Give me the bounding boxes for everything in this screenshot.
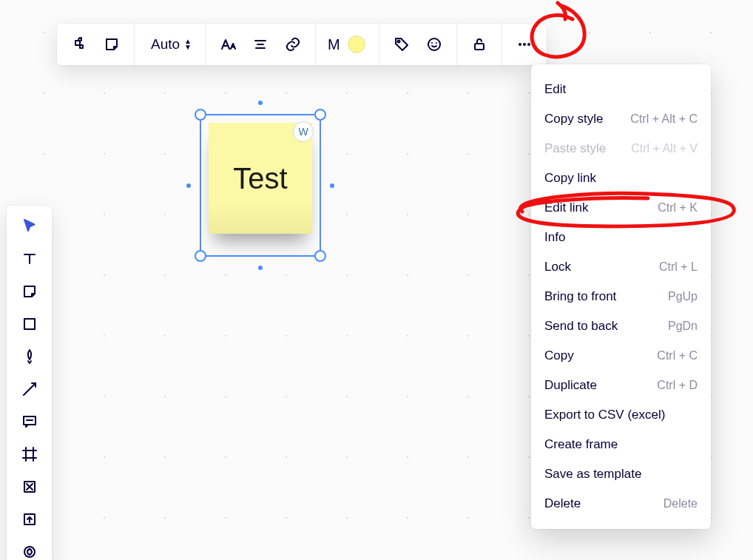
menu-item-shortcut: Ctrl + D [657, 379, 698, 392]
svg-rect-7 [475, 44, 484, 50]
size-stepper[interactable]: ▲ ▼ [184, 38, 192, 50]
align-button[interactable] [244, 24, 277, 65]
color-swatch[interactable] [348, 36, 365, 53]
side-toolbar [7, 206, 52, 560]
sticky-tool[interactable] [13, 275, 46, 308]
menu-item-shortcut: PgDn [668, 320, 698, 333]
rotate-handle-bottom[interactable] [258, 266, 263, 270]
menu-item-save-as-template[interactable]: Save as template [531, 459, 711, 489]
selected-object[interactable]: Test W [200, 114, 321, 257]
menu-item-shortcut: Ctrl + C [657, 349, 698, 362]
side-handle-left[interactable] [186, 183, 191, 188]
menu-item-shortcut: Ctrl + K [658, 201, 698, 215]
autosize-label[interactable]: Auto [141, 36, 184, 53]
menu-item-label: Save as template [544, 467, 641, 482]
menu-item-label: Copy [544, 348, 574, 363]
sticky-type-button[interactable] [95, 24, 128, 65]
svg-point-6 [428, 38, 440, 50]
comment-tool[interactable] [13, 405, 46, 438]
resize-handle-br[interactable] [314, 250, 326, 262]
svg-point-8 [519, 43, 521, 46]
svg-rect-0 [24, 319, 35, 329]
menu-item-shortcut: Ctrl + Alt + V [631, 142, 698, 155]
selection-outline [200, 114, 321, 257]
menu-item-label: Create frame [544, 437, 618, 452]
menu-item-info[interactable]: Info [531, 223, 711, 252]
menu-item-bring-to-front[interactable]: Bring to frontPgUp [531, 282, 711, 311]
menu-item-label: Send to back [544, 319, 618, 334]
text-tool[interactable] [13, 243, 46, 275]
upload-tool[interactable] [13, 503, 46, 536]
shape-tool[interactable] [13, 308, 46, 340]
menu-item-label: Info [544, 230, 565, 245]
menu-item-shortcut: PgUp [668, 290, 698, 303]
side-handle-right[interactable] [330, 183, 334, 188]
menu-item-label: Export to CSV (excel) [544, 408, 665, 422]
lock-button[interactable] [463, 24, 496, 65]
stepper-down-icon[interactable]: ▼ [184, 44, 192, 50]
menu-item-shortcut: Ctrl + Alt + C [630, 112, 698, 126]
menu-item-send-to-back[interactable]: Send to backPgDn [531, 311, 711, 341]
menu-item-create-frame[interactable]: Create frame [531, 430, 711, 459]
resize-handle-tl[interactable] [195, 109, 206, 121]
resize-handle-bl[interactable] [195, 250, 206, 262]
menu-item-label: Delete [544, 496, 581, 511]
menu-item-copy[interactable]: CopyCtrl + C [531, 341, 711, 371]
menu-item-export-to-csv-excel[interactable]: Export to CSV (excel) [531, 400, 711, 430]
menu-item-edit[interactable]: Edit [531, 75, 711, 104]
rotate-handle-top[interactable] [258, 101, 263, 105]
pen-tool[interactable] [13, 340, 46, 373]
select-tool[interactable] [13, 210, 46, 243]
more-apps-tool[interactable] [13, 536, 46, 560]
menu-item-duplicate[interactable]: DuplicateCtrl + D [531, 371, 711, 400]
menu-item-label: Edit [544, 82, 566, 97]
menu-item-shortcut: Ctrl + L [659, 260, 698, 274]
menu-item-copy-link[interactable]: Copy link [531, 163, 711, 193]
context-menu: EditCopy styleCtrl + Alt + CPaste styleC… [531, 64, 711, 529]
connector-tool[interactable] [13, 373, 46, 405]
menu-item-label: Paste style [544, 141, 606, 156]
menu-item-shortcut: Delete [663, 497, 698, 510]
menu-item-label: Copy style [544, 112, 603, 126]
switch-type-button[interactable] [63, 24, 95, 65]
menu-item-label: Bring to front [544, 289, 616, 304]
menu-item-copy-style[interactable]: Copy styleCtrl + Alt + C [531, 104, 711, 134]
svg-point-10 [527, 43, 530, 46]
emoji-button[interactable] [418, 24, 450, 65]
resize-handle-tr[interactable] [314, 109, 326, 121]
note-size-label[interactable]: M [322, 36, 345, 53]
link-button[interactable] [277, 24, 309, 65]
context-toolbar: Auto ▲ ▼ M [57, 24, 547, 65]
menu-item-label: Edit link [544, 200, 589, 215]
close-tool[interactable] [13, 470, 46, 503]
svg-point-5 [397, 41, 399, 43]
menu-item-delete[interactable]: DeleteDelete [531, 489, 711, 519]
more-button[interactable] [508, 24, 541, 65]
frame-tool[interactable] [13, 438, 46, 470]
menu-item-paste-style: Paste styleCtrl + Alt + V [531, 134, 711, 163]
font-button[interactable] [212, 24, 244, 65]
menu-item-label: Duplicate [544, 378, 597, 393]
tag-button[interactable] [385, 24, 418, 65]
menu-item-label: Lock [544, 260, 571, 274]
menu-item-edit-link[interactable]: Edit linkCtrl + K [531, 193, 711, 223]
menu-item-lock[interactable]: LockCtrl + L [531, 252, 711, 282]
svg-point-9 [523, 43, 526, 46]
menu-item-label: Copy link [544, 171, 596, 186]
